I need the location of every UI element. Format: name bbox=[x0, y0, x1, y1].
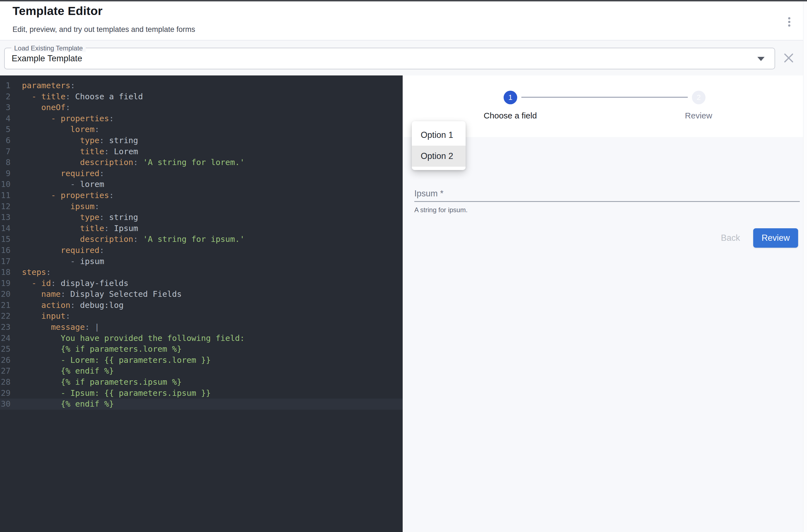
code-line[interactable]: 1parameters: bbox=[0, 80, 403, 91]
code-line[interactable]: 22 input: bbox=[0, 311, 403, 322]
step-connector-line bbox=[521, 97, 688, 98]
menu-item-option-1[interactable]: Option 1 bbox=[412, 125, 466, 146]
kebab-menu-icon bbox=[788, 17, 790, 19]
code-line[interactable]: 30 {% endif %} bbox=[0, 399, 403, 410]
code-line[interactable]: 23 message: | bbox=[0, 322, 403, 333]
code-editor[interactable]: 1parameters:2 - title: Choose a field3 o… bbox=[0, 75, 403, 532]
step-2-number: 2 bbox=[697, 93, 700, 102]
code-line[interactable]: 29 - Ipsum: {{ parameters.ipsum }} bbox=[0, 388, 403, 399]
code-line[interactable]: 26 - Lorem: {{ parameters.lorem }} bbox=[0, 355, 403, 366]
code-line[interactable]: 8 description: 'A string for lorem.' bbox=[0, 157, 403, 168]
code-line[interactable]: 12 ipsum: bbox=[0, 201, 403, 212]
template-select[interactable]: Load Existing Template Example Template bbox=[4, 48, 775, 69]
code-line[interactable]: 16 required: bbox=[0, 245, 403, 256]
step-1-number: 1 bbox=[508, 93, 512, 102]
code-line[interactable]: 5 lorem: bbox=[0, 124, 403, 135]
step-2-label: Review bbox=[685, 111, 712, 120]
code-line[interactable]: 14 title: Ipsum bbox=[0, 223, 403, 234]
code-line[interactable]: 3 oneOf: bbox=[0, 102, 403, 113]
template-loader-section: Load Existing Template Example Template bbox=[0, 40, 807, 75]
step-1-indicator: 1 bbox=[504, 91, 517, 104]
close-icon bbox=[782, 51, 795, 64]
code-line[interactable]: 10 - lorem bbox=[0, 179, 403, 190]
caret-down-icon bbox=[757, 57, 765, 61]
code-line[interactable]: 2 - title: Choose a field bbox=[0, 91, 403, 102]
code-line[interactable]: 28 {% if parameters.ipsum %} bbox=[0, 377, 403, 388]
code-line[interactable]: 24 You have provided the following field… bbox=[0, 333, 403, 344]
scrollbar-gutter[interactable] bbox=[803, 1, 807, 532]
code-line[interactable]: 11 - properties: bbox=[0, 190, 403, 201]
review-button[interactable]: Review bbox=[753, 228, 798, 248]
template-select-value: Example Template bbox=[12, 48, 82, 69]
code-line[interactable]: 4 - properties: bbox=[0, 113, 403, 124]
code-line[interactable]: 15 description: 'A string for ipsum.' bbox=[0, 234, 403, 245]
clear-template-button[interactable] bbox=[782, 51, 795, 64]
step-1-label: Choose a field bbox=[484, 111, 537, 120]
page-header: Template Editor Edit, preview, and try o… bbox=[0, 1, 807, 40]
back-button[interactable]: Back bbox=[714, 230, 747, 246]
code-line[interactable]: 6 type: string bbox=[0, 135, 403, 146]
page-title: Template Editor bbox=[13, 4, 102, 18]
step-2-indicator: 2 bbox=[692, 91, 706, 104]
code-line[interactable]: 27 {% endif %} bbox=[0, 365, 403, 377]
code-lines: 1parameters:2 - title: Choose a field3 o… bbox=[0, 80, 403, 410]
code-line[interactable]: 25 {% if parameters.lorem %} bbox=[0, 344, 403, 355]
code-line[interactable]: 20 name: Display Selected Fields bbox=[0, 289, 403, 300]
code-line[interactable]: 19 - id: display-fields bbox=[0, 278, 403, 289]
code-line[interactable]: 18steps: bbox=[0, 267, 403, 278]
kebab-menu-button[interactable] bbox=[782, 13, 797, 31]
page-subtitle: Edit, preview, and try out templates and… bbox=[13, 25, 195, 34]
wizard-form-panel: Ipsum * A string for ipsum. Back Review bbox=[403, 137, 803, 532]
code-line[interactable]: 17 - ipsum bbox=[0, 256, 403, 267]
code-line[interactable]: 21 action: debug:log bbox=[0, 300, 403, 311]
ipsum-input[interactable] bbox=[414, 192, 800, 202]
ipsum-field-helper: A string for ipsum. bbox=[414, 206, 467, 214]
code-line[interactable]: 9 required: bbox=[0, 168, 403, 179]
field-options-menu: Option 1 Option 2 bbox=[412, 121, 466, 170]
code-line[interactable]: 13 type: string bbox=[0, 212, 403, 223]
code-line[interactable]: 7 title: Lorem bbox=[0, 146, 403, 157]
menu-item-option-2[interactable]: Option 2 bbox=[412, 146, 466, 167]
